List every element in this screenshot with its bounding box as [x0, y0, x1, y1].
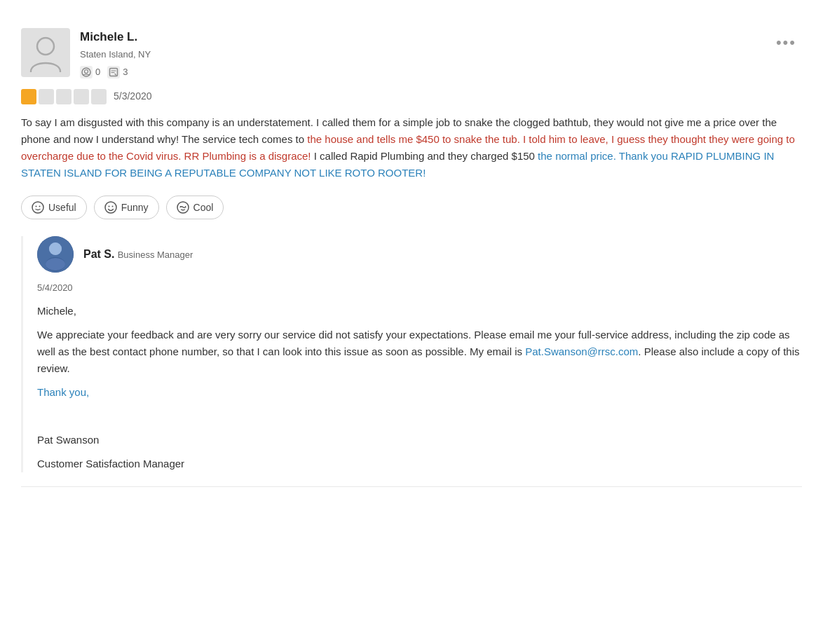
- more-options-button[interactable]: •••: [770, 28, 802, 57]
- funny-button[interactable]: Funny: [94, 196, 159, 219]
- reviewer-header: Michele L. Staten Island, NY 0: [21, 28, 802, 79]
- reviews-badge: 3: [107, 65, 128, 79]
- svg-point-17: [46, 258, 65, 270]
- useful-button[interactable]: Useful: [21, 196, 87, 219]
- compliments-count: 0: [95, 65, 100, 79]
- response-blank: [37, 408, 802, 425]
- star-1: [21, 89, 36, 104]
- response-body: Michele, We appreciate your feedback and…: [37, 303, 802, 472]
- response-signature-name: Pat Swanson: [37, 432, 802, 448]
- svg-point-16: [49, 242, 62, 255]
- review-text: To say I am disgusted with this company …: [21, 114, 802, 181]
- svg-point-8: [108, 205, 109, 207]
- responder-name: Pat S.: [83, 248, 114, 260]
- response-date: 5/4/2020: [37, 281, 802, 295]
- review-text-part3: I called Rapid Plumbing and they charged…: [311, 150, 538, 162]
- reviewer-name: Michele L.: [80, 28, 151, 46]
- reviewer-stats: 0 3: [80, 65, 151, 79]
- page-container: Michele L. Staten Island, NY 0: [0, 0, 823, 504]
- cool-button[interactable]: Cool: [166, 196, 224, 219]
- response-info: Pat S. Business Manager: [83, 246, 193, 263]
- funny-icon: [104, 201, 117, 214]
- reviewer-details: Michele L. Staten Island, NY 0: [80, 28, 151, 79]
- useful-label: Useful: [48, 202, 76, 213]
- star-5: [91, 89, 107, 104]
- svg-point-4: [32, 202, 43, 213]
- business-response: Pat S. Business Manager 5/4/2020 Michele…: [21, 236, 802, 473]
- svg-point-9: [111, 205, 113, 207]
- responder-role: Business Manager: [118, 249, 193, 260]
- star-3: [56, 89, 72, 104]
- star-2: [39, 89, 54, 104]
- funny-label: Funny: [121, 202, 149, 213]
- cool-icon: [177, 201, 189, 214]
- reviewer-avatar: [21, 28, 70, 77]
- response-greeting: Michele,: [37, 303, 802, 320]
- rating-row: 5/3/2020: [21, 89, 802, 104]
- response-closing: Thank you,: [37, 384, 802, 401]
- svg-point-5: [36, 205, 37, 207]
- response-paragraph: We appreciate your feedback and are very…: [37, 327, 802, 377]
- reviewer-info: Michele L. Staten Island, NY 0: [21, 28, 151, 79]
- response-signature-title: Customer Satisfaction Manager: [37, 455, 802, 472]
- svg-point-0: [37, 38, 54, 55]
- compliments-icon: [80, 66, 93, 78]
- reviews-icon: [107, 66, 120, 78]
- svg-point-6: [39, 205, 41, 207]
- review-date: 5/3/2020: [114, 89, 152, 104]
- reviews-count: 3: [123, 65, 128, 79]
- reviewer-location: Staten Island, NY: [80, 48, 151, 62]
- svg-point-2: [85, 69, 88, 73]
- compliments-badge: 0: [80, 65, 100, 79]
- cool-label: Cool: [193, 202, 214, 213]
- reaction-buttons: Useful Funny: [21, 196, 802, 219]
- responder-avatar: [37, 236, 74, 273]
- email-link[interactable]: Pat.Swanson@rrsc.com: [525, 345, 638, 357]
- star-4: [74, 89, 89, 104]
- star-rating: [21, 89, 107, 104]
- useful-icon: [32, 201, 44, 214]
- svg-point-7: [105, 202, 116, 213]
- response-header: Pat S. Business Manager: [37, 236, 802, 273]
- review-section: Michele L. Staten Island, NY 0: [21, 17, 802, 487]
